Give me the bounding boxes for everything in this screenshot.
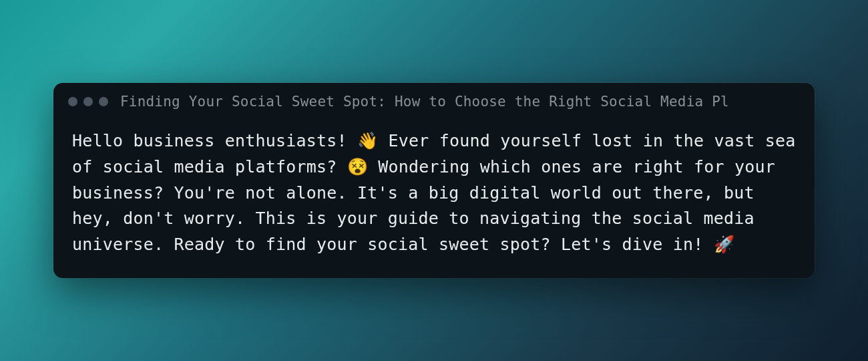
maximize-icon[interactable] <box>99 97 108 106</box>
body-text: Hello business enthusiasts! 👋 Ever found… <box>72 128 796 258</box>
minimize-icon[interactable] <box>83 97 93 106</box>
close-icon[interactable] <box>68 97 77 106</box>
titlebar: Finding Your Social Sweet Spot: How to C… <box>53 83 815 116</box>
traffic-lights <box>68 97 108 106</box>
content-area: Hello business enthusiasts! 👋 Ever found… <box>53 116 815 278</box>
window-title: Finding Your Social Sweet Spot: How to C… <box>120 94 729 110</box>
window-frame: Finding Your Social Sweet Spot: How to C… <box>53 83 815 278</box>
